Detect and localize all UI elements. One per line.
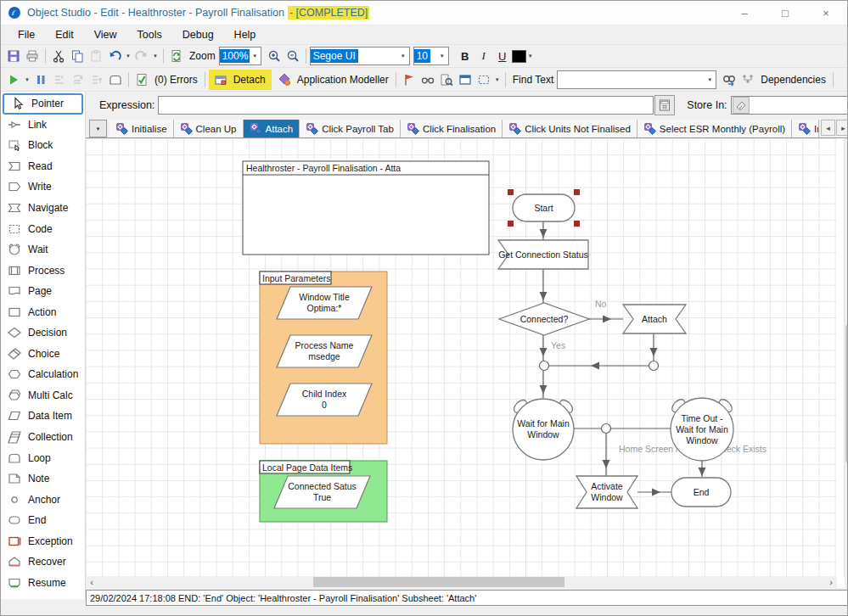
store-in-field[interactable] xyxy=(731,96,848,115)
play-button[interactable] xyxy=(4,70,23,89)
tab-click-units-not-finalised[interactable]: Click Units Not Finalised xyxy=(503,120,637,137)
tool-block[interactable]: Block xyxy=(1,135,85,156)
tab-attach[interactable]: Attach xyxy=(244,120,300,137)
font-combo-caret-icon[interactable]: ▼ xyxy=(397,53,409,59)
font-color-swatch[interactable] xyxy=(512,50,526,63)
font-combo[interactable]: Segoe UI ▼ xyxy=(310,47,410,65)
tab-click-finalisation[interactable]: Click Finalisation xyxy=(401,120,503,137)
selection-caret-icon[interactable]: ▼ xyxy=(493,70,502,89)
selection-icon[interactable] xyxy=(475,70,493,89)
find-text-caret-icon[interactable]: ▼ xyxy=(704,77,716,82)
store-in-input[interactable] xyxy=(750,98,848,112)
menu-help[interactable]: Help xyxy=(224,27,267,42)
paste-button[interactable] xyxy=(87,47,105,65)
tool-navigate[interactable]: Navigate xyxy=(1,198,85,219)
dependencies-icon[interactable] xyxy=(738,70,757,89)
font-size-caret-icon[interactable]: ▼ xyxy=(436,53,448,59)
link-anchor[interactable] xyxy=(602,424,611,434)
tool-loop[interactable]: Loop xyxy=(1,447,85,468)
close-icon[interactable]: × xyxy=(818,7,834,20)
zoom-in-button[interactable] xyxy=(265,47,284,65)
horizontal-scrollbar-thumb[interactable] xyxy=(313,577,564,587)
tool-anchor[interactable]: Anchor xyxy=(1,489,85,510)
tool-note[interactable]: Note xyxy=(1,468,85,490)
vertical-scrollbar-thumb[interactable] xyxy=(845,325,848,462)
menu-tools[interactable]: Tools xyxy=(127,27,172,42)
cut-button[interactable] xyxy=(49,47,68,65)
tab-inpu[interactable]: Inpu xyxy=(792,120,819,137)
restart-button[interactable] xyxy=(106,70,125,89)
tool-process[interactable]: Process xyxy=(1,260,85,281)
italic-button[interactable]: I xyxy=(475,49,493,63)
selection-handle[interactable] xyxy=(508,221,514,227)
maximize-icon[interactable]: □ xyxy=(778,7,793,20)
font-color-caret-icon[interactable]: ▼ xyxy=(526,47,535,65)
redo-caret-icon[interactable]: ▼ xyxy=(151,47,160,65)
tab-scroll-left-icon[interactable]: ◂ xyxy=(821,120,835,136)
save-button[interactable] xyxy=(4,47,23,65)
tool-resume[interactable]: Resume xyxy=(1,573,85,594)
tool-multicalc[interactable]: Multi Calc xyxy=(1,385,85,406)
copy-button[interactable] xyxy=(68,47,87,65)
bold-button[interactable]: B xyxy=(456,50,475,63)
tool-wait[interactable]: Wait xyxy=(1,239,85,260)
tool-dataitem[interactable]: Data Item xyxy=(1,406,85,427)
scroll-left-icon[interactable]: ‹ xyxy=(86,577,98,587)
tab-click-payroll-tab[interactable]: Click Payroll Tab xyxy=(300,120,401,137)
tool-page[interactable]: Page xyxy=(1,281,85,302)
tool-code[interactable]: Code xyxy=(1,218,85,239)
find-next-icon[interactable] xyxy=(720,70,738,89)
application-modeller-label[interactable]: Application Modeller xyxy=(297,74,389,86)
tool-link[interactable]: Link xyxy=(1,115,85,136)
link-anchor[interactable] xyxy=(540,361,549,371)
tool-exception[interactable]: Exception xyxy=(1,530,85,552)
breakpoint-flag-icon[interactable] xyxy=(400,70,418,89)
horizontal-scrollbar[interactable]: ‹ › xyxy=(86,576,837,588)
window-spy-icon[interactable] xyxy=(456,70,475,89)
zoom-out-button[interactable] xyxy=(284,47,302,65)
selection-handle[interactable] xyxy=(574,221,580,227)
dependencies-label[interactable]: Dependencies xyxy=(761,74,826,86)
zoom-page-icon[interactable] xyxy=(167,47,186,65)
zoom-combo-caret-icon[interactable]: ▼ xyxy=(250,53,261,59)
zoom-combo[interactable]: 100% ▼ xyxy=(219,47,261,65)
menu-edit[interactable]: Edit xyxy=(45,27,84,42)
tool-action[interactable]: Action xyxy=(1,301,85,322)
scroll-right-icon[interactable]: › xyxy=(825,577,837,587)
tool-read[interactable]: Read xyxy=(1,156,85,177)
menu-file[interactable]: File xyxy=(8,27,45,42)
tool-pointer[interactable]: Pointer xyxy=(3,93,83,115)
errors-icon[interactable] xyxy=(132,70,151,89)
tool-recover[interactable]: Recover xyxy=(1,552,85,573)
watch-glasses-icon[interactable] xyxy=(418,70,437,89)
tab-clean-up[interactable]: Clean Up xyxy=(174,120,244,137)
tab-list-dropdown[interactable]: ▼ xyxy=(89,120,107,137)
pause-button[interactable] xyxy=(31,70,50,89)
print-button[interactable] xyxy=(23,47,42,65)
tab-scroll-right-icon[interactable]: ▸ xyxy=(836,120,848,136)
menu-debug[interactable]: Debug xyxy=(172,27,224,42)
vertical-scrollbar[interactable] xyxy=(844,138,848,576)
font-size-combo[interactable]: 10 ▼ xyxy=(413,47,449,65)
application-modeller-icon[interactable] xyxy=(275,70,294,89)
minimize-icon[interactable]: – xyxy=(737,7,752,20)
search-page-icon[interactable] xyxy=(437,70,456,89)
selection-handle[interactable] xyxy=(508,189,514,195)
tool-choice[interactable]: Choice xyxy=(1,344,85,365)
link-anchor[interactable] xyxy=(649,361,659,371)
tab-initialise[interactable]: Initialise xyxy=(110,120,174,137)
eraser-icon[interactable] xyxy=(733,97,750,114)
tool-calculation[interactable]: Calculation xyxy=(1,364,85,385)
flow-canvas[interactable]: Healthroster - Payroll Finalisation - At… xyxy=(86,138,837,576)
tool-collection[interactable]: Collection xyxy=(1,427,85,448)
find-text-combo[interactable]: ▼ xyxy=(557,70,716,89)
expression-input[interactable] xyxy=(158,96,654,115)
redo-button[interactable] xyxy=(132,47,151,65)
tool-write[interactable]: Write xyxy=(1,176,85,198)
tool-end[interactable]: End xyxy=(1,510,85,531)
expression-builder-button[interactable] xyxy=(654,95,675,115)
underline-button[interactable]: U xyxy=(493,50,512,63)
undo-button[interactable] xyxy=(105,47,124,65)
play-caret-icon[interactable]: ▼ xyxy=(23,70,31,89)
errors-label[interactable]: (0) Errors xyxy=(154,74,198,86)
